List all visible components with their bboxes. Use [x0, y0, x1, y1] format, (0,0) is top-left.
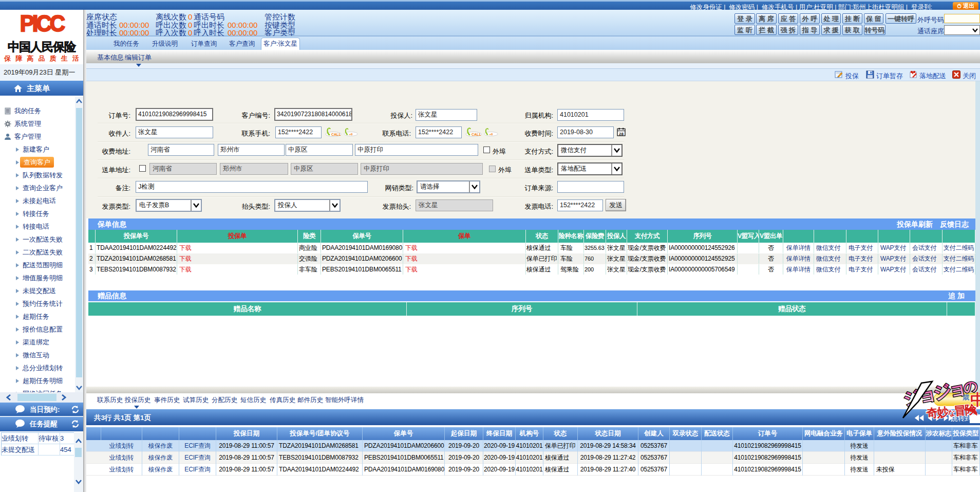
svg-text:歳: 歳 [962, 393, 969, 401]
svg-text:28: 28 [619, 132, 624, 136]
svg-text:中: 中 [970, 391, 980, 408]
